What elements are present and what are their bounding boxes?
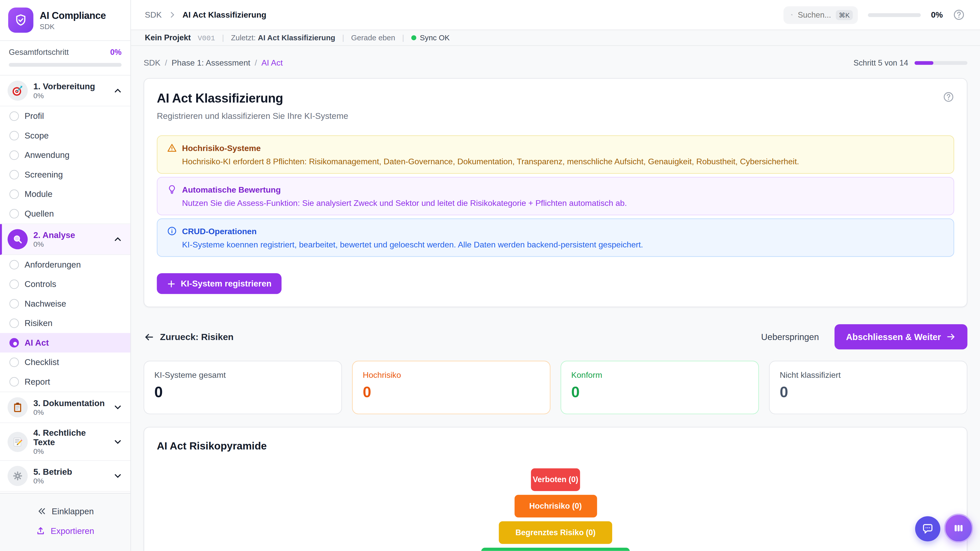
gear-icon [8, 466, 28, 486]
sidebar-item-controls[interactable]: Controls [0, 275, 130, 294]
columns-icon [952, 522, 965, 534]
sidebar-item-ai-act[interactable]: AI Act [0, 333, 130, 353]
sidebar-item-label: Anforderungen [24, 260, 81, 269]
section-progress: 0% [33, 477, 107, 485]
sidebar-item-label: Checklist [24, 358, 59, 367]
breadcrumb-root[interactable]: SDK [145, 10, 162, 19]
divider: | [402, 33, 404, 42]
page-title: AI Act Klassifizierung [157, 91, 283, 106]
sidebar-nav: 1. Vorbereitung 0% Profil Scope Anwendun… [0, 76, 130, 493]
section-title: 3. Dokumentation [33, 399, 107, 408]
sidebar-item-anforderungen[interactable]: Anforderungen [0, 255, 130, 275]
sidebar-item-anwendung[interactable]: Anwendung [0, 145, 130, 165]
sidebar-section-dokumentation[interactable]: 3. Dokumentation 0% [0, 392, 130, 423]
double-chevron-left-icon [37, 507, 46, 516]
shield-check-logo-icon [8, 8, 33, 33]
back-button[interactable]: Zurueck: Risiken [144, 331, 234, 342]
step-progress-bar [915, 61, 967, 65]
section-progress: 0% [33, 241, 107, 248]
sidebar-item-label: AI Act [24, 338, 49, 348]
skip-button[interactable]: Ueberspringen [761, 332, 819, 342]
sync-status: Sync OK [411, 33, 450, 42]
sidebar-footer: Einklappen Exportieren [0, 493, 130, 551]
page-breadcrumb-row: SDK / Phase 1: Assessment / AI Act Schri… [144, 58, 967, 67]
memo-icon [8, 432, 28, 452]
sidebar-item-report[interactable]: Report [0, 372, 130, 392]
help-icon[interactable] [943, 91, 954, 103]
stat-card-nicht-klassifiziert: Nicht klassifiziert 0 [769, 361, 967, 414]
sidebar-item-label: Nachweise [24, 299, 66, 308]
section-meta: 1. Vorbereitung 0% [33, 82, 107, 100]
app-subtitle: SDK [40, 23, 106, 30]
crumb-phase[interactable]: Phase 1: Assessment [172, 58, 250, 67]
sidebar-item-profil[interactable]: Profil [0, 106, 130, 126]
crumb-sdk[interactable]: SDK [144, 58, 161, 67]
export-button[interactable]: Exportieren [0, 521, 130, 541]
step-indicator: Schritt 5 von 14 [853, 58, 967, 67]
step-navigation: Zurueck: Risiken Ueberspringen Abschlies… [144, 324, 967, 349]
version-badge: V001 [198, 34, 215, 42]
divider: | [222, 33, 224, 42]
radio-icon [10, 111, 19, 121]
stat-cards: KI-Systeme gesamt 0 Hochrisiko 0 Konform… [144, 361, 967, 414]
breadcrumb-current: AI Act Klassifizierung [183, 10, 266, 19]
sidebar-item-scope[interactable]: Scope [0, 126, 130, 146]
chevron-down-icon [113, 402, 123, 412]
section-progress: 0% [33, 409, 107, 416]
alert-title: Hochrisiko-Systeme [182, 143, 261, 152]
collapse-sidebar-button[interactable]: Einklappen [0, 501, 130, 521]
search-box[interactable]: ⌘K [784, 6, 858, 24]
finish-next-button[interactable]: Abschliessen & Weiter [835, 324, 967, 349]
alert-crud-operationen: CRUD-Operationen KI-Systeme koennen regi… [157, 218, 954, 257]
upload-icon [36, 527, 46, 536]
divider: | [342, 33, 344, 42]
statusbar: Kein Projekt V001 | Zuletzt: AI Act Klas… [131, 30, 980, 46]
sidebar-item-risiken[interactable]: Risiken [0, 313, 130, 333]
topbar-progress-bar [868, 13, 921, 17]
sidebar-item-quellen[interactable]: Quellen [0, 204, 130, 224]
register-ki-system-button[interactable]: KI-System registrieren [157, 273, 282, 294]
sidebar-item-label: Anwendung [24, 151, 69, 160]
sidebar-item-module[interactable]: Module [0, 184, 130, 204]
section-title: 4. Rechtliche Texte [33, 428, 107, 447]
sidebar-item-screening[interactable]: Screening [0, 165, 130, 185]
ai-act-card: AI Act Klassifizierung Registrieren und … [144, 78, 967, 307]
lightbulb-icon [167, 184, 177, 194]
chat-bubble-icon [921, 522, 934, 535]
section-title: 5. Betrieb [33, 467, 107, 476]
export-label: Exportieren [51, 527, 94, 536]
chevron-up-icon [113, 86, 123, 96]
radio-icon [10, 170, 19, 179]
chat-button[interactable] [915, 516, 940, 541]
radio-icon [10, 279, 19, 289]
help-icon[interactable] [953, 9, 965, 21]
panels-button[interactable] [944, 514, 973, 543]
warning-icon [167, 143, 177, 153]
clipboard-icon [8, 397, 28, 417]
stat-value: 0 [154, 383, 331, 401]
stat-value: 0 [571, 383, 748, 401]
radio-icon [10, 319, 19, 328]
back-label: Zurueck: Risiken [160, 332, 234, 342]
page-content: SDK / Phase 1: Assessment / AI Act Schri… [131, 46, 980, 551]
risk-pyramid-card: AI Act Risikopyramide Verboten (0) Hochr… [144, 427, 967, 551]
overall-progress-bar [9, 63, 122, 67]
target-icon [8, 81, 28, 101]
sidebar-section-analyse[interactable]: 2. Analyse 0% [0, 224, 130, 255]
app-header: AI Compliance SDK [0, 0, 130, 40]
last-saved-time: Gerade eben [351, 33, 395, 42]
sidebar-section-betrieb[interactable]: 5. Betrieb 0% [0, 461, 130, 492]
radio-icon [10, 151, 19, 160]
sidebar-section-rechtliche-texte[interactable]: 4. Rechtliche Texte 0% [0, 423, 130, 461]
alert-title: Automatische Bewertung [182, 185, 281, 194]
stat-label: KI-Systeme gesamt [154, 370, 331, 380]
breadcrumb: SDK / Phase 1: Assessment / AI Act [144, 58, 283, 67]
sidebar-item-checklist[interactable]: Checklist [0, 353, 130, 372]
sidebar-item-nachweise[interactable]: Nachweise [0, 294, 130, 313]
sidebar-section-vorbereitung[interactable]: 1. Vorbereitung 0% [0, 76, 130, 106]
chevron-down-icon [113, 471, 123, 481]
search-input[interactable] [798, 11, 830, 19]
sidebar-item-label: Report [24, 377, 50, 386]
alert-body: KI-Systeme koennen registriert, bearbeit… [167, 240, 944, 249]
collapse-label: Einklappen [52, 507, 94, 516]
